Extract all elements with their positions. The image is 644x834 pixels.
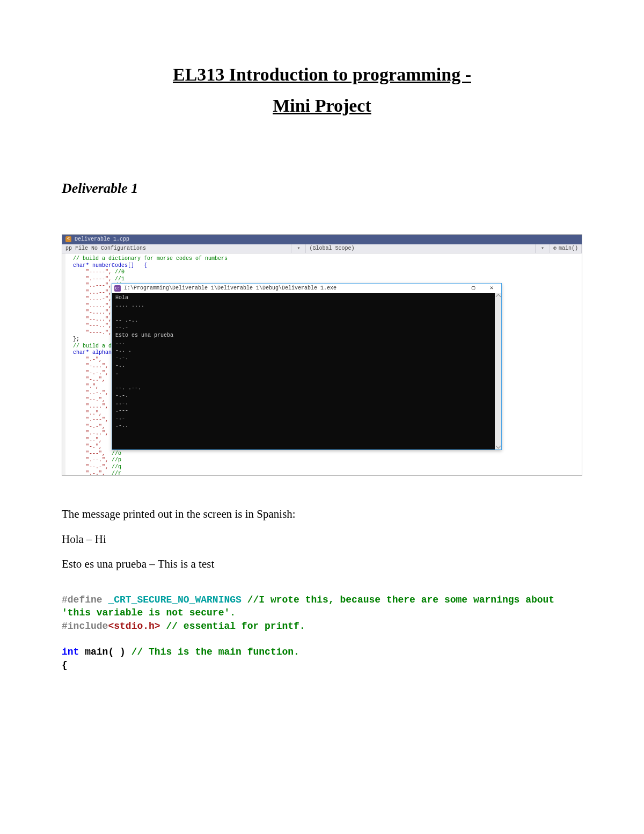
code-line: "---", //o: [73, 451, 580, 458]
title-line-1: EL313 Introduction to programming -: [173, 64, 471, 84]
code-snippet: #define _CRT_SECURE_NO_WARNINGS //I wrot…: [62, 581, 582, 685]
code-token: {: [62, 660, 68, 671]
console-icon: C:: [114, 285, 121, 292]
code-line: "-----", //0: [73, 269, 580, 276]
code-comment: //I wrote this, because there are some w…: [247, 594, 555, 605]
console-title-text: I:\Programming\Deliverable 1\Deliverable…: [124, 285, 336, 292]
ide-nav-bar: pp File No Configurations ▾ (Global Scop…: [62, 244, 582, 253]
console-line: -..: [115, 362, 498, 369]
scope-dropdown[interactable]: (Global Scope): [306, 244, 535, 253]
console-line: Esto es una prueba: [115, 332, 498, 339]
body-paragraph: The message printed out in the screen is…: [62, 505, 582, 523]
code-token: #include: [62, 621, 108, 632]
code-token: main( ): [85, 647, 131, 657]
code-line: ".--.", //p: [73, 457, 580, 464]
ide-body: // build a dictionary for morse codes of…: [62, 253, 582, 475]
console-line: --.-: [115, 324, 498, 332]
close-icon[interactable]: ✕: [484, 285, 499, 292]
console-output: Hola.... .... -- .-..--.-Esto es una pru…: [112, 293, 501, 449]
console-line: [115, 309, 498, 317]
function-icon: ⊕: [553, 245, 557, 252]
console-line: -.-.: [115, 354, 498, 362]
console-line: .: [115, 369, 498, 377]
body-paragraph: Esto es una prueba – This is a test: [62, 555, 582, 573]
code-comment: // essential for printf.: [160, 621, 305, 632]
code-token: _CRT_SECURE_NO_WARNINGS: [108, 594, 247, 605]
code-comment: // This is the main function.: [131, 647, 299, 657]
file-tab-label[interactable]: Deliverable 1.cpp: [75, 236, 129, 243]
scrollbar[interactable]: [495, 293, 501, 449]
page-title: EL313 Introduction to programming - Mini…: [62, 59, 582, 121]
code-line: ".----", //1: [73, 276, 580, 283]
section-heading: Deliverable 1: [62, 180, 582, 197]
maximize-icon[interactable]: ▢: [466, 285, 481, 292]
ide-tab-bar: < Deliverable 1.cpp: [62, 235, 582, 245]
console-line: .... ....: [115, 302, 498, 309]
console-title-bar[interactable]: C: I:\Programming\Deliverable 1\Delivera…: [112, 284, 501, 293]
console-line: Hola: [115, 294, 498, 302]
function-label: main(): [559, 245, 578, 252]
console-line: .-..: [115, 422, 498, 430]
config-dropdown[interactable]: pp File No Configurations: [62, 244, 291, 253]
code-comment: 'this variable is not secure'.: [62, 607, 236, 618]
code-line: char* numberCodes[] {: [73, 263, 580, 270]
body-paragraph: Hola – Hi: [62, 531, 582, 548]
code-token: <stdio.h>: [108, 621, 160, 632]
chevron-down-icon[interactable]: ▾: [536, 244, 550, 253]
console-line: -.. .: [115, 347, 498, 354]
code-line: "--.-", //q: [73, 464, 580, 471]
ide-screenshot: < Deliverable 1.cpp pp File No Configura…: [62, 234, 582, 476]
code-line: // build a dictionary for morse codes of…: [73, 256, 580, 263]
file-tab-icon: <: [65, 236, 71, 242]
console-line: ..-.: [115, 400, 498, 407]
title-line-2: Mini Project: [273, 96, 371, 115]
code-keyword: int: [62, 647, 85, 657]
code-token: #define: [62, 594, 108, 605]
console-line: -.-: [115, 415, 498, 422]
console-line: -- .-..: [115, 317, 498, 324]
console-line: -.-.: [115, 392, 498, 400]
console-line: .---: [115, 407, 498, 415]
console-line: [115, 377, 498, 385]
chevron-down-icon[interactable]: ▾: [291, 244, 306, 253]
console-line: --. .--.: [115, 385, 498, 392]
code-line: ".-.", //r: [73, 470, 580, 475]
console-line: ...: [115, 339, 498, 347]
function-dropdown[interactable]: ⊕ main(): [550, 244, 582, 253]
console-window: C: I:\Programming\Deliverable 1\Delivera…: [112, 283, 502, 450]
